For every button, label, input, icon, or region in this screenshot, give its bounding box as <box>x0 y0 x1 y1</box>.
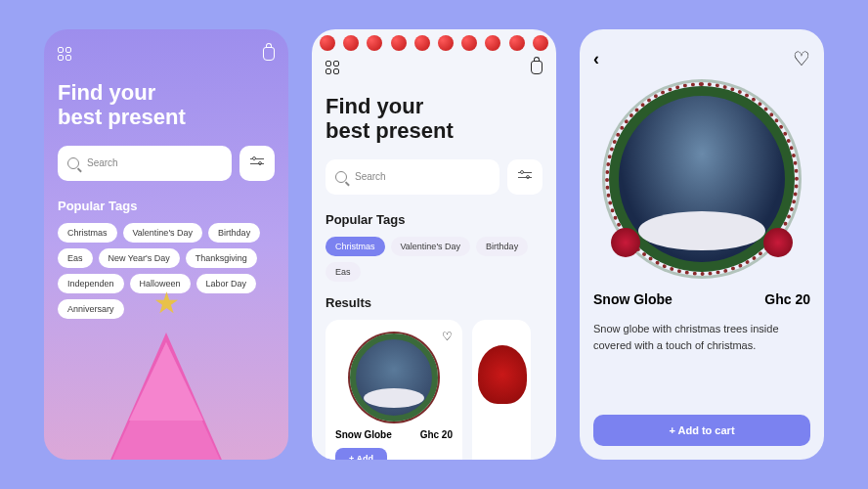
tag-newyear[interactable]: New Year's Day <box>99 248 180 268</box>
page-title: Find yourbest present <box>326 94 542 144</box>
product-price: Ghc 20 <box>420 429 453 440</box>
product-image <box>478 345 527 404</box>
heart-icon[interactable]: ♡ <box>442 330 453 343</box>
filter-button[interactable] <box>239 146 275 181</box>
results-heading: Results <box>326 295 542 310</box>
christmas-tree-decoration: ★ <box>78 303 254 460</box>
tag-labor[interactable]: Labor Day <box>196 274 257 293</box>
add-button[interactable]: + Add <box>335 448 387 460</box>
tag-easter[interactable]: Eas <box>326 262 361 282</box>
tags-heading: Popular Tags <box>58 199 275 213</box>
product-name: Snow Globe <box>335 429 392 440</box>
filter-button[interactable] <box>507 159 542 195</box>
top-bar: ‹ ♡ <box>593 47 810 70</box>
search-input[interactable]: Search <box>326 159 499 195</box>
star-icon: ★ <box>153 286 180 320</box>
shopping-bag-icon[interactable] <box>531 61 542 74</box>
tag-birthday[interactable]: Birthday <box>208 223 260 243</box>
tag-christmas[interactable]: Christmas <box>58 223 117 243</box>
search-row: Search <box>326 159 542 195</box>
tag-valentines[interactable]: Valentine's Day <box>391 237 471 256</box>
tag-christmas[interactable]: Christmas <box>326 237 385 256</box>
home-screen-pink: Find yourbest present Search Popular Tag… <box>44 29 288 460</box>
flower-decoration <box>763 228 793 257</box>
product-image-large <box>609 86 795 272</box>
menu-grid-icon[interactable] <box>58 47 71 61</box>
product-image <box>350 333 438 422</box>
back-icon[interactable]: ‹ <box>593 49 599 69</box>
page-title: Find yourbest present <box>58 80 275 130</box>
product-card[interactable] <box>472 320 531 460</box>
menu-grid-icon[interactable] <box>326 61 339 74</box>
filter-icon <box>518 171 532 183</box>
search-input[interactable]: Search <box>58 146 232 181</box>
top-bar <box>58 47 275 61</box>
product-price: Ghc 20 <box>764 291 810 307</box>
tag-valentines[interactable]: Valentine's Day <box>123 223 203 243</box>
results-list: ♡ Snow Globe Ghc 20 + Add <box>326 320 542 460</box>
filter-icon <box>250 157 264 169</box>
flower-decoration <box>611 228 640 257</box>
tag-independence[interactable]: Independen <box>58 274 124 293</box>
tags-list: Christmas Valentine's Day Birthday Eas <box>326 237 542 282</box>
tags-heading: Popular Tags <box>326 212 542 227</box>
tag-birthday[interactable]: Birthday <box>476 237 528 256</box>
product-card[interactable]: ♡ Snow Globe Ghc 20 + Add <box>326 320 462 460</box>
product-description: Snow globe with christmas trees inside c… <box>593 321 810 353</box>
search-icon <box>67 157 79 169</box>
tag-thanksgiving[interactable]: Thanksgiving <box>186 248 257 268</box>
search-placeholder: Search <box>355 171 386 182</box>
product-name: Snow Globe <box>593 291 673 307</box>
heart-icon[interactable]: ♡ <box>793 47 810 70</box>
home-screen-light: Find yourbest present Search Popular Tag… <box>312 29 556 460</box>
search-row: Search <box>58 146 275 181</box>
search-icon <box>335 171 347 183</box>
product-header: Snow Globe Ghc 20 <box>593 291 810 307</box>
product-detail-screen: ‹ ♡ Snow Globe Ghc 20 Snow globe with ch… <box>580 29 824 460</box>
top-bar <box>326 61 542 74</box>
add-to-cart-button[interactable]: + Add to cart <box>593 415 810 446</box>
shopping-bag-icon[interactable] <box>263 47 275 61</box>
search-placeholder: Search <box>87 157 118 168</box>
tag-easter[interactable]: Eas <box>58 248 93 268</box>
